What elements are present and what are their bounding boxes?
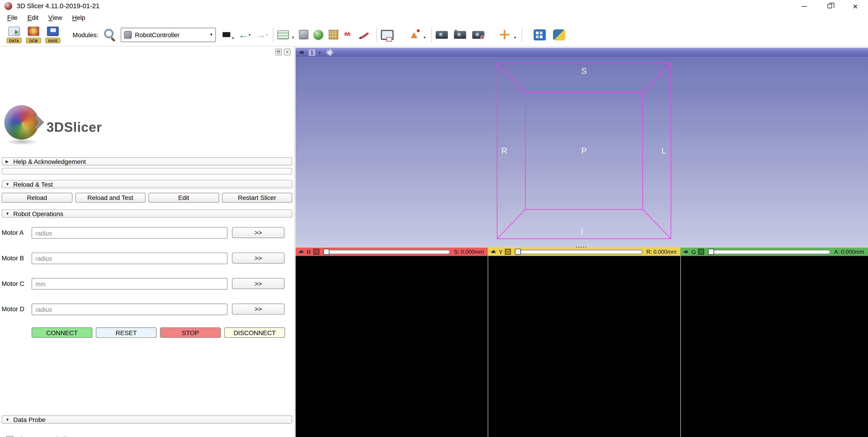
section-help-acknowledgement[interactable]: ▶ Help & Acknowledgement (2, 157, 292, 166)
collapse-arrow-icon: ▶ (5, 159, 10, 164)
view3d-viewport[interactable]: S R P L I (296, 57, 868, 246)
module-selector-combobox[interactable]: RobotController ▾ (121, 27, 216, 42)
screen-capture-icon[interactable] (435, 31, 447, 38)
save-icon[interactable]: SAVE (45, 26, 60, 43)
yellow-slice-slider[interactable] (515, 250, 642, 254)
crosshair-dropdown-icon[interactable]: ▾ (514, 35, 516, 39)
layout-dropdown-icon[interactable]: ▾ (292, 35, 294, 39)
module-panel: 3DSlicer ▶ Help & Acknowledgement ▼ Relo… (0, 47, 294, 437)
restart-slicer-button[interactable]: Restart Slicer (222, 193, 292, 203)
3d-cube-icon[interactable] (298, 26, 310, 43)
yellow-slider-handle[interactable] (515, 249, 521, 255)
layout-selector-icon[interactable] (277, 26, 289, 43)
axis-label-inferior: I (581, 227, 583, 236)
motor-c-label: Motor C (2, 280, 24, 287)
view-splitter-handle[interactable] (296, 246, 868, 247)
gold-grid-icon (329, 30, 338, 39)
section-data-probe[interactable]: ▼ Data Probe (2, 415, 292, 424)
menu-help[interactable]: Help (67, 12, 90, 23)
scene-view-icon[interactable] (409, 29, 421, 40)
yellow-slice-menu-icon[interactable] (505, 249, 511, 255)
forward-arrow-icon[interactable]: →▾ (253, 26, 268, 43)
green-slice-viewport[interactable] (680, 256, 868, 437)
disconnect-button[interactable]: DISCONNECT (224, 327, 285, 338)
motor-c-send-button[interactable]: >> (232, 278, 284, 289)
motor-d-input[interactable] (32, 303, 227, 315)
menubar: File Edit View Help (0, 12, 868, 23)
menu-edit[interactable]: Edit (23, 12, 43, 23)
view3d-dropdown-icon[interactable]: ▾ (319, 50, 320, 54)
panel-splitter[interactable] (294, 47, 296, 437)
view3d-controller-bar[interactable]: 1 ▾ (296, 48, 868, 57)
green-slice-menu-icon[interactable] (698, 249, 704, 255)
red-slice-menu-icon[interactable] (313, 249, 319, 255)
volume-rendering-icon[interactable] (312, 26, 324, 43)
main-toolbar: DATA DCM SAVE Modules: RobotController ▾… (0, 23, 868, 47)
yellow-slice-viewport[interactable] (488, 256, 680, 437)
show-zoomed-slice-checkbox[interactable] (6, 436, 13, 437)
module-search-icon[interactable] (101, 27, 116, 42)
python-console-icon[interactable] (553, 29, 565, 40)
section-robot-operations[interactable]: ▼ Robot Operations (2, 209, 292, 217)
module-history-icon[interactable] (221, 27, 233, 42)
motor-c-input[interactable] (32, 278, 227, 290)
video-capture-icon[interactable] (454, 31, 466, 38)
scene-view-dropdown-icon[interactable]: ▾ (424, 35, 426, 39)
load-data-badge: DATA (7, 38, 22, 43)
toolbar-separator (376, 27, 377, 42)
view3d-tab-label[interactable]: 1 (308, 49, 316, 56)
motor-b-input[interactable] (32, 253, 227, 264)
pin-icon[interactable] (298, 249, 305, 255)
minimize-button[interactable] (792, 0, 817, 12)
fiducial-markers-icon[interactable] (342, 27, 355, 42)
view3d-spin-icon[interactable] (326, 49, 334, 56)
red-slider-handle[interactable] (323, 249, 329, 255)
green-slice-slider[interactable] (708, 250, 830, 254)
red-slice-slider[interactable] (323, 250, 450, 254)
axis-label-superior: S (581, 66, 587, 76)
restore-button[interactable] (817, 0, 842, 12)
screenshot-capture-icon[interactable] (381, 26, 394, 43)
combobox-arrow-icon[interactable]: ▾ (208, 32, 212, 37)
section-reload-label: Reload & Test (13, 181, 53, 187)
pin-icon[interactable] (490, 249, 497, 255)
red-slice-viewport[interactable] (296, 256, 488, 437)
motor-a-input[interactable] (32, 227, 227, 239)
undock-panel-icon[interactable] (275, 49, 282, 55)
yellow-slice-controller[interactable]: Y R: 0.000mm (488, 247, 680, 256)
red-slice-controller[interactable]: R S: 0.000mm (296, 247, 488, 256)
connect-button[interactable]: CONNECT (32, 327, 92, 338)
load-data-art (8, 27, 20, 36)
stop-button[interactable]: STOP (160, 327, 221, 338)
crosshair-icon[interactable] (499, 29, 511, 40)
extensions-manager-icon[interactable] (534, 29, 546, 40)
markup-pen-icon[interactable] (358, 28, 371, 41)
dicom-icon[interactable]: DCM (26, 26, 41, 43)
module-icon (124, 31, 132, 38)
slice-layout-icon[interactable] (327, 26, 339, 43)
pin-icon[interactable] (683, 249, 689, 255)
load-data-icon[interactable]: DATA (7, 26, 22, 43)
green-slider-handle[interactable] (708, 249, 714, 255)
close-panel-icon[interactable] (284, 49, 290, 55)
back-arrow-icon[interactable]: ←▾ (236, 26, 251, 43)
reload-and-test-button[interactable]: Reload and Test (75, 193, 146, 203)
menu-view[interactable]: View (43, 12, 67, 23)
edit-button[interactable]: Edit (148, 193, 219, 203)
close-button[interactable] (842, 0, 868, 12)
motor-a-send-button[interactable]: >> (232, 227, 284, 238)
section-reload-test[interactable]: ▼ Reload & Test (2, 180, 292, 188)
motor-d-send-button[interactable]: >> (232, 303, 284, 315)
reset-button[interactable]: RESET (96, 327, 156, 338)
pin-icon[interactable] (299, 49, 305, 55)
menu-file[interactable]: File (2, 12, 23, 23)
viewport-separator (680, 256, 681, 437)
toolbar-separator (431, 27, 432, 42)
scene-capture-icon[interactable] (472, 31, 484, 38)
minimize-icon (802, 6, 807, 6)
reload-button[interactable]: Reload (2, 193, 72, 203)
green-slice-controller[interactable]: G A: 0.000mm (680, 247, 868, 256)
titlebar: 3D Slicer 4.11.0-2019-01-21 (0, 0, 868, 12)
motor-b-send-button[interactable]: >> (232, 253, 284, 264)
collapse-arrow-icon: ▼ (5, 182, 10, 186)
